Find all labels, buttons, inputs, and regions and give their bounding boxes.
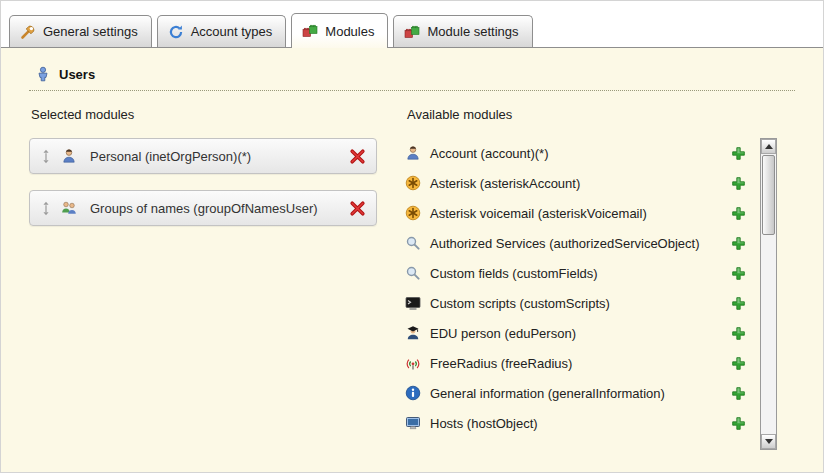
arrow-down-icon <box>765 439 773 444</box>
available-modules-list: Account (account)(*) Asterisk (asteriskA… <box>405 138 760 450</box>
tab-label: General settings <box>43 24 138 39</box>
add-module-button[interactable] <box>731 356 746 371</box>
lam-configuration-window: General settings Account types Modules M… <box>0 0 824 473</box>
modules-icon <box>404 24 420 40</box>
scrollbar[interactable] <box>760 138 777 450</box>
tab-account-types[interactable]: Account types <box>157 15 287 47</box>
module-label: Authorized Services (authorizedServiceOb… <box>430 236 700 251</box>
users-icon <box>35 66 51 82</box>
scroll-up-button[interactable] <box>761 139 776 154</box>
module-label: Custom fields (customFields) <box>430 266 598 281</box>
available-module-row: Asterisk (asteriskAccount) <box>405 168 760 198</box>
terminal-icon <box>405 295 421 311</box>
scrollbar-thumb[interactable] <box>762 155 775 235</box>
module-label: General information (generalInformation) <box>430 386 665 401</box>
available-module-row: FreeRadius (freeRadius) <box>405 348 760 378</box>
available-module-row: Asterisk voicemail (asteriskVoicemail) <box>405 198 760 228</box>
person-icon <box>61 148 77 164</box>
section-title: Users <box>59 67 95 82</box>
person-icon <box>405 145 421 161</box>
add-module-button[interactable] <box>731 326 746 341</box>
available-module-row: Custom scripts (customScripts) <box>405 288 760 318</box>
remove-module-button[interactable] <box>349 200 366 217</box>
add-module-button[interactable] <box>731 236 746 251</box>
add-module-button[interactable] <box>731 296 746 311</box>
available-module-row: Account (account)(*) <box>405 138 760 168</box>
tab-label: Module settings <box>427 24 518 39</box>
scrollbar-track[interactable] <box>761 236 776 434</box>
selected-modules-heading: Selected modules <box>31 107 377 122</box>
group-icon <box>61 200 77 216</box>
add-module-button[interactable] <box>731 206 746 221</box>
info-icon <box>405 385 421 401</box>
available-modules-heading: Available modules <box>407 107 795 122</box>
tab-label: Account types <box>191 24 273 39</box>
add-module-button[interactable] <box>731 266 746 281</box>
tab-bar: General settings Account types Modules M… <box>1 1 823 47</box>
host-icon <box>405 415 421 431</box>
add-module-button[interactable] <box>731 176 746 191</box>
available-module-row: General information (generalInformation) <box>405 378 760 408</box>
section-header-users: Users <box>29 66 795 91</box>
arrow-up-icon <box>765 144 773 149</box>
module-columns: Selected modules Personal (inetOrgPerson… <box>29 105 795 450</box>
module-label: Asterisk (asteriskAccount) <box>430 176 580 191</box>
tab-module-settings[interactable]: Module settings <box>393 15 532 47</box>
selected-modules-list: Personal (inetOrgPerson)(*) Groups of na… <box>29 138 377 226</box>
edu-person-icon <box>405 325 421 341</box>
available-module-row: Authorized Services (authorizedServiceOb… <box>405 228 760 258</box>
tab-modules[interactable]: Modules <box>291 13 388 48</box>
modules-icon <box>302 23 318 39</box>
asterisk-icon <box>405 205 421 221</box>
wrench-icon <box>20 24 36 40</box>
add-module-button[interactable] <box>731 146 746 161</box>
add-module-button[interactable] <box>731 416 746 431</box>
magnifier-icon <box>405 265 421 281</box>
tab-general-settings[interactable]: General settings <box>9 15 152 47</box>
selected-module-row: Groups of names (groupOfNamesUser) <box>29 190 377 226</box>
module-label: Groups of names (groupOfNamesUser) <box>90 201 349 216</box>
drag-handle-icon[interactable] <box>40 149 52 164</box>
module-label: EDU person (eduPerson) <box>430 326 576 341</box>
module-label: FreeRadius (freeRadius) <box>430 356 572 371</box>
module-label: Asterisk voicemail (asteriskVoicemail) <box>430 206 647 221</box>
scroll-down-button[interactable] <box>761 434 776 449</box>
available-module-row: EDU person (eduPerson) <box>405 318 760 348</box>
module-label: Custom scripts (customScripts) <box>430 296 610 311</box>
available-module-row: Custom fields (customFields) <box>405 258 760 288</box>
add-module-button[interactable] <box>731 386 746 401</box>
available-module-row: Hosts (hostObject) <box>405 408 760 438</box>
selected-module-row: Personal (inetOrgPerson)(*) <box>29 138 377 174</box>
tab-strip: General settings Account types Modules M… <box>9 13 533 47</box>
selected-modules-column: Selected modules Personal (inetOrgPerson… <box>29 105 377 450</box>
remove-module-button[interactable] <box>349 148 366 165</box>
signal-icon <box>405 355 421 371</box>
magnifier-icon <box>405 235 421 251</box>
module-label: Personal (inetOrgPerson)(*) <box>90 149 349 164</box>
module-label: Account (account)(*) <box>430 146 549 161</box>
tab-label: Modules <box>325 24 374 39</box>
available-modules-column: Available modules Account (account)(*) A… <box>405 105 795 450</box>
drag-handle-icon[interactable] <box>40 201 52 216</box>
modules-panel: Users Selected modules Personal (inetOrg… <box>1 47 823 472</box>
module-label: Hosts (hostObject) <box>430 416 538 431</box>
refresh-icon <box>168 24 184 40</box>
available-modules-area: Account (account)(*) Asterisk (asteriskA… <box>405 138 777 450</box>
asterisk-icon <box>405 175 421 191</box>
